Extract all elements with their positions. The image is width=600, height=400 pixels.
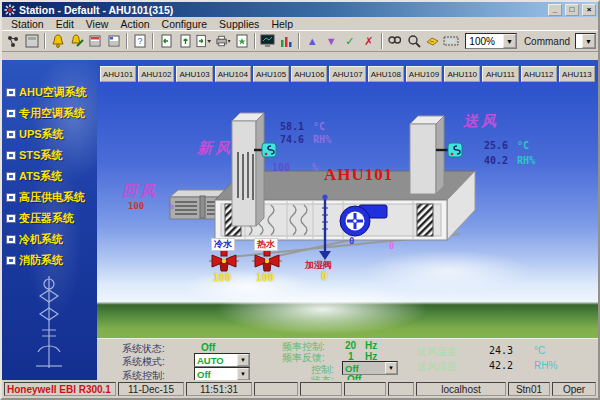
zoom-select[interactable]: 100% ▼	[465, 33, 517, 49]
expand-icon[interactable]	[6, 235, 16, 244]
raise-value-icon[interactable]: ▲	[303, 33, 321, 50]
menu-station[interactable]: Station	[6, 17, 51, 31]
close-button[interactable]: ×	[582, 4, 596, 16]
sidebar-item-chiller[interactable]: 冷机系统	[2, 229, 97, 250]
station-detail-icon[interactable]	[23, 33, 41, 50]
toolbar-gap	[2, 52, 598, 60]
toolbar-separator	[298, 33, 300, 49]
accept-command-icon[interactable]: ✓	[341, 33, 359, 50]
hot-water-label: 热水	[254, 238, 278, 251]
page-forward-icon[interactable]	[195, 33, 213, 50]
menu-action[interactable]: Action	[115, 17, 156, 31]
page-back-icon[interactable]	[157, 33, 175, 50]
freq-control-value: 20	[345, 340, 356, 351]
expand-icon[interactable]	[6, 109, 16, 118]
zoom-tool-icon[interactable]	[405, 33, 423, 50]
select-area-icon[interactable]	[442, 33, 460, 50]
acknowledge-alarm-icon[interactable]	[68, 33, 86, 50]
menu-configure[interactable]: Configure	[157, 17, 215, 31]
schematic-page-icon[interactable]	[233, 33, 251, 50]
totem-decoration-icon	[30, 274, 68, 372]
expand-icon[interactable]	[6, 172, 16, 181]
hot-water-value: 100	[256, 272, 274, 283]
fresh-air-humidity: 74.6RH%	[280, 134, 331, 145]
status-empty-cell	[388, 382, 414, 396]
find-icon[interactable]	[386, 33, 404, 50]
menu-supplies[interactable]: Supplies	[214, 17, 266, 31]
help-page-icon[interactable]: ?	[131, 33, 149, 50]
humidifier-label: 加湿阀	[305, 259, 332, 272]
filter-section-right	[417, 204, 433, 236]
status-date: 11-Dec-15	[118, 382, 184, 396]
pan-tool-icon[interactable]	[423, 33, 441, 50]
sidebar-item-transformer[interactable]: 变压器系统	[2, 208, 97, 229]
supply-rh-label: 送风湿度:	[417, 360, 460, 374]
statusbar: Honeywell EBI R300.1 11-Dec-15 11:51:31 …	[2, 380, 598, 398]
expand-icon[interactable]	[6, 193, 16, 202]
sidebar-item-special-ac[interactable]: 专用空调系统	[2, 103, 97, 124]
fan-status-value: 0	[349, 236, 354, 246]
restore-button[interactable]: □	[565, 4, 579, 16]
system-status-label: 系统状态:	[122, 342, 165, 356]
fan-control-dropdown[interactable]: Off▼	[342, 361, 398, 375]
print-icon[interactable]	[214, 33, 232, 50]
status-user: Oper	[552, 382, 596, 396]
system-control-dropdown[interactable]: Off▼	[194, 367, 250, 380]
brand-label: Honeywell EBI R300.1	[4, 382, 116, 396]
menu-view[interactable]: View	[81, 17, 116, 31]
command-label: Command	[524, 36, 570, 47]
sidebar-item-sts[interactable]: STS系统	[2, 145, 97, 166]
chevron-down-icon[interactable]: ▼	[237, 354, 249, 366]
expand-icon[interactable]	[6, 214, 16, 223]
reject-command-icon[interactable]: ✗	[360, 33, 378, 50]
system-monitor-icon[interactable]	[259, 33, 277, 50]
humidifier-value: 0	[321, 271, 327, 282]
supply-air-temp: 25.6°C	[484, 140, 529, 151]
return-damper-position: 100%	[128, 201, 174, 211]
chilled-water-value: 100	[213, 272, 231, 283]
sidebar-item-ahu[interactable]: AHU空调系统	[2, 82, 97, 103]
expand-icon[interactable]	[6, 256, 16, 265]
chevron-down-icon[interactable]: ▼	[503, 34, 516, 48]
menu-edit[interactable]: Edit	[51, 17, 81, 31]
fan-status-label: 状态:	[311, 374, 334, 380]
alarm-page-icon[interactable]	[49, 33, 67, 50]
trend-chart-icon[interactable]	[277, 33, 295, 50]
connect-station-icon[interactable]	[4, 33, 22, 50]
menu-help[interactable]: Help	[266, 17, 300, 31]
command-input[interactable]: ▼	[575, 33, 596, 49]
supply-air-label: 送风	[463, 112, 499, 131]
chevron-down-icon[interactable]: ▼	[237, 368, 249, 380]
event-summary-icon[interactable]	[105, 33, 123, 50]
fresh-air-label: 新风	[197, 139, 233, 158]
page-up-icon[interactable]	[176, 33, 194, 50]
chilled-water-valve-icon[interactable]	[212, 250, 236, 271]
lower-value-icon[interactable]: ▼	[322, 33, 340, 50]
toolbar-separator	[254, 33, 256, 49]
supply-temp-unit: °C	[534, 345, 545, 356]
sidebar-item-fire[interactable]: 消防系统	[2, 250, 97, 271]
supply-temp-value: 24.3	[489, 345, 513, 356]
expand-icon[interactable]	[6, 88, 16, 97]
status-station: Stn01	[508, 382, 550, 396]
system-mode-dropdown[interactable]: AUTO▼	[194, 353, 250, 367]
system-status-value: Off	[201, 342, 215, 353]
alarm-summary-icon[interactable]	[86, 33, 104, 50]
chevron-down-icon[interactable]: ▼	[582, 34, 595, 48]
chevron-down-icon[interactable]: ▼	[385, 362, 397, 374]
ahu-schematic	[97, 60, 598, 380]
fresh-air-sensor-icon[interactable]	[262, 143, 276, 157]
expand-icon[interactable]	[6, 151, 16, 160]
supply-air-sensor-icon[interactable]	[448, 143, 462, 157]
sidebar-item-ats[interactable]: ATS系统	[2, 166, 97, 187]
fresh-air-temp: 58.1°C	[280, 121, 325, 132]
minimize-button[interactable]: _	[548, 4, 562, 16]
expand-icon[interactable]	[6, 130, 16, 139]
unit-name-label: AHU101	[324, 165, 393, 185]
sidebar-item-hv-power[interactable]: 高压供电系统	[2, 187, 97, 208]
sidebar-item-ups[interactable]: UPS系统	[2, 124, 97, 145]
supply-rh-unit: RH%	[534, 360, 557, 371]
zoom-value: 100%	[466, 36, 503, 47]
supply-air-duct	[410, 116, 448, 194]
window-title: Station - Default - AHU101(315)	[19, 4, 545, 16]
